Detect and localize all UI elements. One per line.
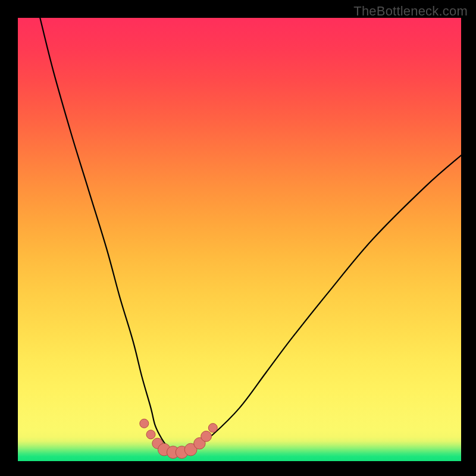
data-marker	[146, 430, 155, 439]
curve-path-group	[40, 18, 461, 453]
chart-svg	[18, 18, 461, 461]
marker-group	[140, 419, 217, 458]
data-marker	[201, 431, 212, 441]
chart-frame: TheBottleneck.com	[0, 0, 476, 476]
bottleneck-curve	[40, 18, 461, 453]
plot-area	[18, 18, 461, 461]
watermark-text: TheBottleneck.com	[353, 4, 468, 19]
data-marker	[140, 419, 149, 428]
data-marker	[208, 424, 217, 433]
